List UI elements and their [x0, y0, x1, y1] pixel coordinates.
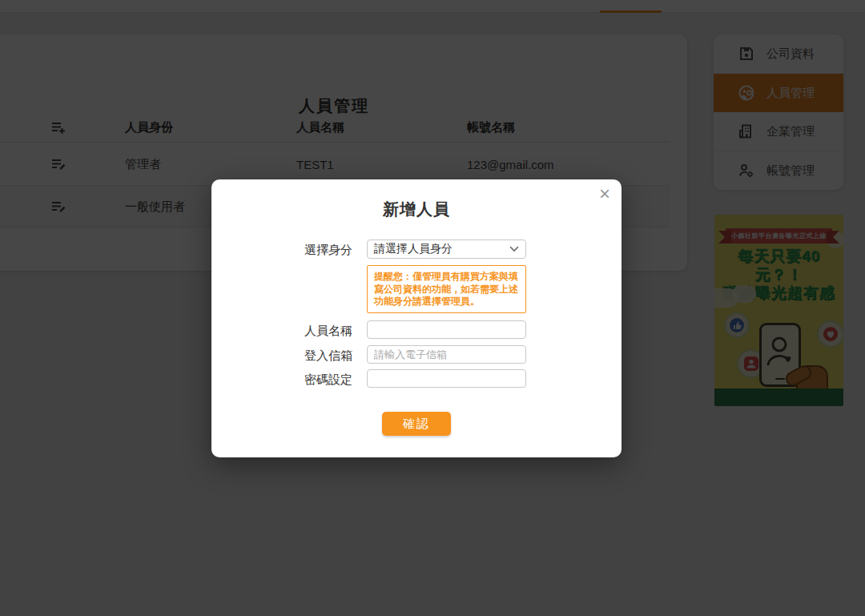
admin-warning-note: 提醒您：僅管理員有購買方案與填寫公司資料的功能，如若需要上述功能身分請選擇管理員… [367, 265, 526, 313]
chevron-down-icon [509, 246, 519, 252]
email-label: 登入信箱 [211, 348, 352, 364]
identity-select[interactable]: 請選擇人員身分 [367, 240, 526, 259]
identity-select-value: 請選擇人員身分 [374, 242, 509, 256]
name-label: 人員名稱 [211, 324, 352, 339]
app-screen: 人員管理 人員身份 人員名稱 帳號名稱 管理者 TEST1 123@gmail.… [0, 0, 865, 616]
email-input[interactable] [367, 345, 526, 364]
identity-label: 選擇身分 [211, 243, 352, 258]
password-label: 密碼設定 [211, 372, 352, 388]
confirm-button[interactable]: 確認 [382, 412, 451, 436]
modal-title: 新增人員 [211, 199, 622, 220]
password-input[interactable] [367, 369, 526, 388]
add-person-modal: × 新增人員 選擇身分 請選擇人員身分 提醒您：僅管理員有購買方案與填寫公司資料… [211, 179, 622, 457]
name-input[interactable] [367, 320, 526, 339]
